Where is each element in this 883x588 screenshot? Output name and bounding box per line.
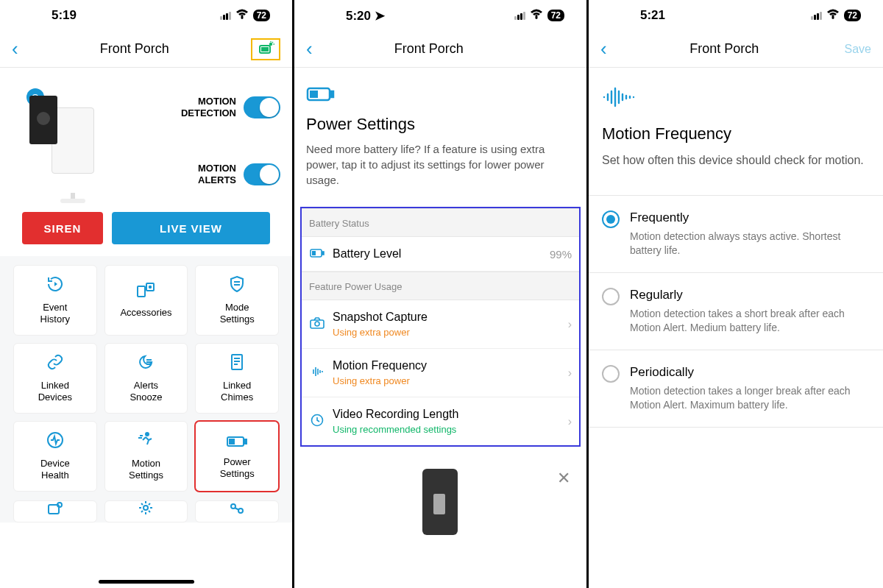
option-title: Periodically <box>630 365 870 380</box>
page-title: Front Porch <box>607 41 842 57</box>
battery-level-value: 99% <box>550 248 572 261</box>
option-frequently[interactable]: Frequently Motion detection always stays… <box>589 196 883 273</box>
clock: 5:21 <box>640 8 665 23</box>
status-icons: 72 <box>811 9 861 22</box>
screen-power-settings: 5:20 ➤ 72 ‹ Front Porch Power Settings N… <box>294 0 589 588</box>
motion-alerts-toggle[interactable] <box>244 163 280 185</box>
status-icons: 72 <box>220 9 270 22</box>
screen-motion-frequency: 5:21 72 ‹ Front Porch Save M <box>589 0 883 588</box>
option-periodically[interactable]: Periodically Motion detection takes a lo… <box>589 350 883 428</box>
tile-device-health[interactable]: DeviceHealth <box>13 421 97 492</box>
svg-marker-6 <box>54 282 57 286</box>
section-title: Motion Frequency <box>602 124 870 144</box>
tile-event-history[interactable]: EventHistory <box>13 265 97 336</box>
tile-accessories[interactable]: Accessories <box>104 265 188 336</box>
clock: 5:20 ➤ <box>346 8 385 24</box>
back-button[interactable]: ‹ <box>306 38 313 60</box>
save-button[interactable]: Save <box>842 43 871 56</box>
accessories-icon <box>136 282 155 302</box>
frequency-icon <box>309 366 325 380</box>
motion-detection-toggle[interactable] <box>244 96 280 118</box>
svg-rect-37 <box>312 251 316 255</box>
row-status: Using extra power <box>333 375 561 386</box>
solar-icon <box>258 44 276 57</box>
battery-badge: 72 <box>547 10 564 21</box>
row-motion-frequency[interactable]: Motion Frequency Using extra power › <box>302 349 579 397</box>
home-indicator[interactable] <box>99 580 194 584</box>
back-button[interactable]: ‹ <box>12 38 18 60</box>
option-title: Frequently <box>630 210 870 225</box>
close-button[interactable]: ✕ <box>557 469 570 488</box>
section-subtitle: Set how often this device should check f… <box>602 152 870 169</box>
motion-alerts-toggle-row: MOTIONALERTS <box>132 163 280 185</box>
svg-rect-34 <box>310 91 318 98</box>
page-title: Front Porch <box>313 41 545 57</box>
tile-partial[interactable] <box>13 500 97 523</box>
location-icon: ➤ <box>375 9 385 23</box>
battery-badge: 72 <box>253 10 270 21</box>
frequency-options: Frequently Motion detection always stays… <box>589 195 883 427</box>
cellular-icon <box>514 12 525 20</box>
row-label: Battery Level <box>333 247 542 261</box>
screen-device-dashboard: 5:19 72 ‹ Front Porch ⊗ <box>0 0 294 588</box>
section-subtitle: Need more battery life? If a feature is … <box>306 141 575 188</box>
row-status: Using extra power <box>333 327 561 338</box>
solar-status-button[interactable] <box>251 38 280 60</box>
svg-point-9 <box>149 286 151 288</box>
chimes-icon <box>229 353 245 375</box>
row-label: Snapshot Capture <box>333 311 561 324</box>
motion-detection-label: MOTIONDETECTION <box>181 96 236 118</box>
tile-linked-chimes[interactable]: LinkedChimes <box>195 343 279 414</box>
status-bar: 5:21 72 <box>589 0 883 31</box>
camera-icon <box>309 317 325 332</box>
device-illustration <box>408 461 474 535</box>
cellular-icon <box>220 12 231 20</box>
radio-icon <box>602 288 620 305</box>
motion-icon <box>137 431 155 453</box>
svg-rect-25 <box>229 439 235 444</box>
battery-large-icon <box>306 84 575 107</box>
battery-icon <box>227 433 247 452</box>
status-bar: 5:19 72 <box>0 0 292 31</box>
row-battery-level[interactable]: Battery Level 99% <box>302 237 579 272</box>
siren-button[interactable]: SIREN <box>22 212 103 244</box>
tile-partial[interactable] <box>104 500 188 523</box>
row-label: Video Recording Length <box>333 408 561 421</box>
notify-icon <box>47 502 63 519</box>
motion-alerts-label: MOTIONALERTS <box>198 163 236 185</box>
cellular-icon <box>811 12 822 20</box>
svg-point-2 <box>269 42 272 45</box>
tile-alerts-snooze[interactable]: AlertsSnooze <box>104 343 188 414</box>
tile-motion-settings[interactable]: MotionSettings <box>104 421 188 492</box>
row-status: Using recommended settings <box>333 424 561 435</box>
shield-icon <box>228 275 246 297</box>
status-icons: 72 <box>514 9 564 22</box>
radio-icon <box>602 365 620 383</box>
live-view-button[interactable]: LIVE VIEW <box>112 212 270 244</box>
link-icon <box>46 353 64 375</box>
page-title: Front Porch <box>18 41 251 57</box>
row-snapshot-capture[interactable]: Snapshot Capture Using extra power › <box>302 300 579 349</box>
option-description: Motion detection takes a longer break af… <box>630 384 870 412</box>
back-button[interactable]: ‹ <box>600 38 607 60</box>
frequency-large-icon <box>602 87 870 110</box>
gear-icon <box>138 500 153 519</box>
row-video-recording-length[interactable]: Video Recording Length Using recommended… <box>302 397 579 445</box>
svg-rect-33 <box>330 91 333 97</box>
wifi-icon <box>235 9 249 22</box>
tile-partial[interactable] <box>195 500 279 523</box>
clock-icon <box>309 414 325 430</box>
option-regularly[interactable]: Regularly Motion detection takes a short… <box>589 273 883 350</box>
tile-mode-settings[interactable]: ModeSettings <box>195 265 279 336</box>
svg-point-28 <box>143 506 148 510</box>
tile-grid: EventHistory Accessories ModeSettings Li… <box>0 256 292 500</box>
wifi-icon <box>530 9 543 22</box>
option-description: Motion detection takes a short break aft… <box>630 307 870 335</box>
section-header-feature: Feature Power Usage <box>302 272 579 300</box>
share-icon <box>229 502 245 519</box>
svg-line-31 <box>235 508 239 510</box>
tile-power-settings[interactable]: PowerSettings <box>195 421 279 492</box>
tile-linked-devices[interactable]: LinkedDevices <box>13 343 97 414</box>
svg-rect-7 <box>138 286 145 297</box>
nav-bar: ‹ Front Porch Save <box>589 31 883 68</box>
